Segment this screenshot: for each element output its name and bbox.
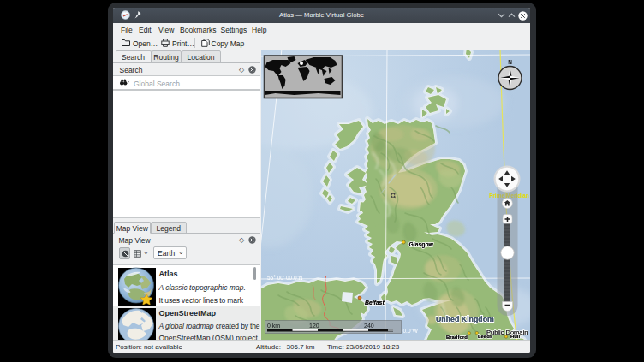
svg-text:Hull: Hull <box>510 334 520 339</box>
svg-text:N: N <box>508 59 512 65</box>
svg-text:United Kingdom: United Kingdom <box>436 315 494 323</box>
svg-text:55° 00' 00.0"N: 55° 00' 00.0"N <box>267 275 303 281</box>
svg-text:120: 120 <box>309 323 319 329</box>
svg-text:Belfast: Belfast <box>365 300 385 306</box>
svg-text:Glasgow: Glasgow <box>408 241 433 248</box>
svg-text:0.0"W: 0.0"W <box>402 328 418 334</box>
svg-text:240: 240 <box>364 323 374 329</box>
svg-text:0 km: 0 km <box>267 323 280 329</box>
svg-text:Public Domain: Public Domain <box>486 329 528 336</box>
svg-text:Leeds: Leeds <box>478 334 493 339</box>
